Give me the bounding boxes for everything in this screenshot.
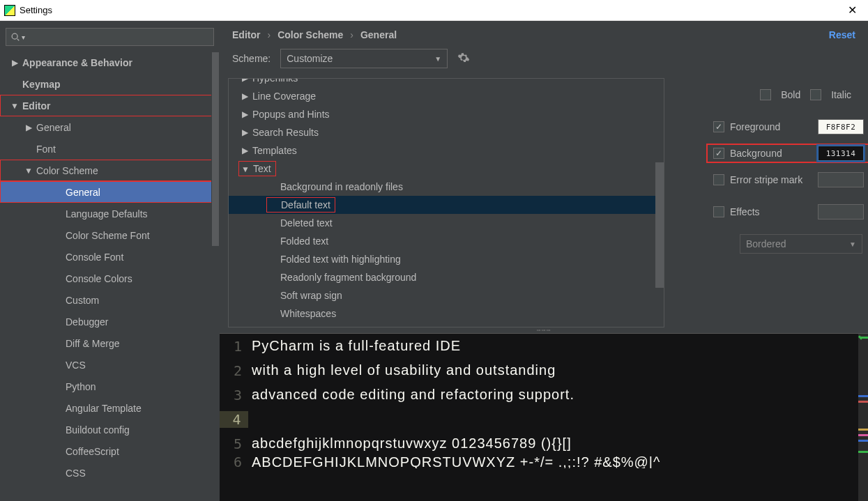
color-scheme-items-tree[interactable]: ▶Hyperlinks▶Line Coverage▶Popups and Hin… <box>228 78 664 327</box>
main-panel: Editor › Color Scheme › General Reset Sc… <box>220 21 868 501</box>
scheme-tree-item-background-in-readonly-files[interactable]: Background in readonly files <box>229 178 664 196</box>
gutter-line-number: 6 <box>220 456 249 468</box>
effects-label: Effects <box>730 206 812 217</box>
scheme-dropdown[interactable]: Customize ▼ <box>280 49 448 68</box>
scheme-tree-item-label: Background in readonly files <box>277 181 403 192</box>
scheme-tree-scrollbar[interactable] <box>655 79 664 327</box>
scheme-tree-item-default-text[interactable]: Default text <box>229 196 664 214</box>
scheme-tree-item-label: Readonly fragment background <box>277 272 416 283</box>
tree-item-label: Angular Template <box>63 403 142 414</box>
italic-label: Italic <box>831 89 851 100</box>
sidebar-item-console-colors[interactable]: Console Colors <box>0 268 220 289</box>
sidebar-item-diff-merge[interactable]: Diff & Merge <box>0 332 220 354</box>
scheme-tree-item-deleted-text[interactable]: Deleted text <box>229 214 664 232</box>
preview-resizer[interactable]: ┉┉┉ <box>220 327 868 333</box>
italic-checkbox[interactable] <box>810 89 821 100</box>
chevron-down-icon: ▼ <box>849 240 856 248</box>
sidebar-item-appearance-behavior[interactable]: ▶Appearance & Behavior <box>0 52 220 73</box>
sidebar-scrollbar[interactable] <box>211 52 220 247</box>
gear-icon[interactable] <box>457 52 470 66</box>
window-close-button[interactable]: ✕ <box>841 3 864 17</box>
effects-type-dropdown[interactable]: Bordered ▼ <box>740 234 862 254</box>
tree-item-label: Custom <box>63 295 99 306</box>
sidebar-item-color-scheme-font[interactable]: Color Scheme Font <box>0 224 220 246</box>
tree-item-label: Editor <box>20 100 50 111</box>
tree-item-label: Font <box>33 144 56 155</box>
error-stripe-color-swatch[interactable] <box>818 172 864 187</box>
scheme-tree-item-label: Folded text with highlighting <box>277 254 401 265</box>
sidebar-item-buildout-config[interactable]: Buildout config <box>0 419 220 440</box>
breadcrumb-editor[interactable]: Editor <box>232 29 260 40</box>
scheme-tree-item-folded-text[interactable]: Folded text <box>229 232 664 250</box>
tree-item-label: Console Font <box>63 252 123 263</box>
scheme-tree-item-hyperlinks[interactable]: ▶Hyperlinks <box>229 79 664 87</box>
background-color-swatch[interactable]: 131314 <box>818 146 864 161</box>
foreground-color-swatch[interactable]: F8F8F2 <box>818 119 864 134</box>
sidebar-item-font[interactable]: Font <box>0 138 220 160</box>
window-title: Settings <box>20 5 841 15</box>
tree-item-label: Language Defaults <box>63 208 148 219</box>
color-scheme-preview[interactable]: 1PyCharm is a full-featured IDE2with a h… <box>220 333 868 501</box>
bold-checkbox[interactable] <box>760 89 771 100</box>
scheme-tree-item-soft-wrap-sign[interactable]: Soft wrap sign <box>229 286 664 305</box>
scheme-tree-item-label: Folded text <box>277 236 328 247</box>
sidebar-item-custom[interactable]: Custom <box>0 289 220 311</box>
scheme-tree-item-whitespaces[interactable]: Whitespaces <box>229 305 664 323</box>
scheme-tree-item-folded-text-with-highlighting[interactable]: Folded text with highlighting <box>229 250 664 268</box>
scheme-tree-item-text[interactable]: ▼Text <box>229 160 664 178</box>
gutter-line-number: 2 <box>220 362 249 379</box>
foreground-checkbox[interactable] <box>713 121 724 132</box>
sidebar-item-angular-template[interactable]: Angular Template <box>0 397 220 419</box>
sidebar-item-css[interactable]: CSS <box>0 462 220 484</box>
tree-twisty-icon: ▶ <box>240 79 250 83</box>
scheme-tree-item-popups-and-hints[interactable]: ▶Popups and Hints <box>229 105 664 123</box>
sidebar-item-debugger[interactable]: Debugger <box>0 311 220 332</box>
breadcrumb-color-scheme[interactable]: Color Scheme <box>277 29 343 40</box>
tree-twisty-icon: ▶ <box>240 128 250 137</box>
gutter-line-number: 4 <box>220 411 248 428</box>
sidebar-item-coffeescript[interactable]: CoffeeScript <box>0 440 220 462</box>
sidebar-item-vcs[interactable]: VCS <box>0 354 220 376</box>
reset-link[interactable]: Reset <box>829 29 855 40</box>
scheme-tree-item-label: Line Coverage <box>250 91 316 102</box>
sidebar-item-keymap[interactable]: Keymap <box>0 73 220 95</box>
search-input[interactable]: ▾ <box>6 28 214 46</box>
preview-line: 5abcdefghijklmnopqrstuvwxyz 0123456789 (… <box>220 431 868 456</box>
scheme-tree-item-templates[interactable]: ▶Templates <box>229 141 664 160</box>
tree-twisty-icon: ▶ <box>240 91 250 101</box>
effects-color-swatch[interactable] <box>818 204 864 219</box>
tree-twisty-icon: ▶ <box>10 58 20 68</box>
preview-line: 2with a high level of usability and outs… <box>220 358 868 383</box>
sidebar-item-editor[interactable]: ▼Editor <box>0 95 220 116</box>
sidebar-item-console-font[interactable]: Console Font <box>0 246 220 268</box>
tree-item-label: CSS <box>63 468 86 479</box>
breadcrumb-general: General <box>360 29 397 40</box>
scheme-tree-item-readonly-fragment-background[interactable]: Readonly fragment background <box>229 268 664 286</box>
sidebar-item-general[interactable]: General <box>0 181 220 203</box>
bold-label: Bold <box>781 89 800 100</box>
scheme-tree-item-label: Search Results <box>250 127 319 138</box>
settings-tree[interactable]: ▶Appearance & BehaviorKeymap▼Editor▶Gene… <box>0 52 220 501</box>
gutter-line-number: 1 <box>220 338 249 355</box>
scheme-tree-item-line-coverage[interactable]: ▶Line Coverage <box>229 87 664 105</box>
scheme-tree-item-label: Hyperlinks <box>250 79 298 84</box>
preview-error-stripe <box>858 334 868 501</box>
breadcrumb: Editor › Color Scheme › General Reset <box>220 21 868 45</box>
tree-item-label: General <box>33 122 71 133</box>
error-stripe-checkbox[interactable] <box>713 174 724 185</box>
sidebar-item-language-defaults[interactable]: Language Defaults <box>0 203 220 224</box>
scheme-label: Scheme: <box>232 53 271 64</box>
effects-checkbox[interactable] <box>713 206 724 217</box>
sidebar-item-python[interactable]: Python <box>0 376 220 397</box>
sidebar-item-general[interactable]: ▶General <box>0 116 220 138</box>
chevron-down-icon: ▼ <box>434 55 441 63</box>
scheme-tree-item-label: Soft wrap sign <box>277 290 342 301</box>
tree-twisty-icon: ▶ <box>24 123 33 132</box>
gutter-line-number: 3 <box>220 387 249 403</box>
background-checkbox[interactable] <box>713 148 724 159</box>
scheme-tree-item-search-results[interactable]: ▶Search Results <box>229 123 664 141</box>
preview-code-text: with a high level of usability and outst… <box>249 362 556 378</box>
tree-item-label: Keymap <box>20 79 60 90</box>
sidebar-item-color-scheme[interactable]: ▼Color Scheme <box>0 160 220 181</box>
tree-item-label: Python <box>63 381 96 392</box>
